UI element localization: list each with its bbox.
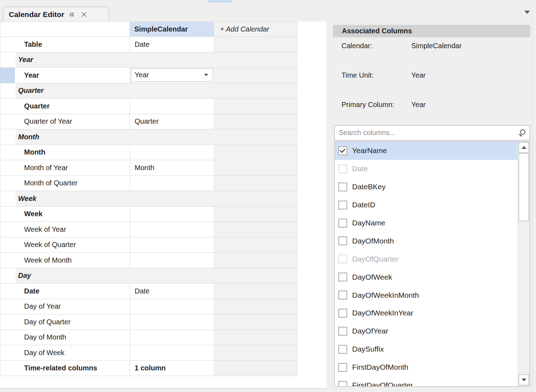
checkbox[interactable] [338,327,347,336]
row-header-year[interactable]: Year [0,68,130,83]
checkbox[interactable] [338,183,347,191]
row-header-day-of-month[interactable]: Day of Month [0,330,130,345]
column-item-dayofyear[interactable]: DayOfYear [335,322,518,340]
cell-week-of-quarter-value[interactable] [130,237,214,253]
row-header-column-header [0,22,130,37]
row-header-month[interactable]: Month [0,145,130,160]
cell-quarter-add[interactable] [214,99,298,114]
add-calendar-button[interactable]: + Add Calendar [214,22,298,37]
cell-day-of-quarter-value[interactable] [130,314,214,330]
column-item-dayofweekinmonth[interactable]: DayOfWeekInMonth [335,286,518,304]
cell-week-of-year-add[interactable] [214,222,298,237]
cell-day-of-week-add[interactable] [214,345,298,360]
row-header-day-of-quarter[interactable]: Day of Quarter [0,314,130,330]
grid-row-day-of-week: Day of Week [0,345,298,361]
column-item-yearname[interactable]: YearName [335,142,518,160]
row-header-table[interactable]: Table [0,37,130,52]
row-header-quarter[interactable]: Quarter [0,99,130,114]
cell-day-of-month-value[interactable] [130,330,214,345]
row-header-date[interactable]: Date [0,284,130,299]
calendar-column-header[interactable]: SimpleCalendar [130,22,214,37]
cell-year-add[interactable] [214,68,298,83]
cell-week-add[interactable] [214,207,298,222]
search-input[interactable] [335,128,518,137]
column-name: YearName [352,146,387,155]
group-row-quarter: Quarter [0,83,298,99]
column-item-firstdayofmonth[interactable]: FirstDayOfMonth [335,358,518,376]
cell-week-of-month-value[interactable] [130,253,214,268]
cell-week-of-month-add[interactable] [214,253,298,268]
pin-icon[interactable] [68,10,76,19]
row-header-month-of-year[interactable]: Month of Year [0,160,130,175]
column-item-firstdayofquarter[interactable]: FirstDayOfQuarter [335,376,518,387]
row-header-time-related-columns[interactable]: Time-related columns [0,361,130,376]
cell-quarter-value[interactable] [130,99,214,114]
row-header-week[interactable]: Week [0,207,130,222]
checkbox [338,254,347,263]
year-dropdown[interactable]: Year [131,68,213,82]
checkbox[interactable] [338,236,347,245]
column-item-dayofweekinyear[interactable]: DayOfWeekInYear [335,304,518,322]
magnifier-icon[interactable] [518,129,526,137]
column-name: DayOfWeek [352,273,392,281]
chevron-down-icon[interactable] [524,11,530,14]
cell-month-of-year-value[interactable]: Month [130,160,214,175]
column-item-dateid[interactable]: DateID [335,196,518,214]
checkbox[interactable] [338,273,347,281]
cell-day-of-quarter-add[interactable] [214,314,298,330]
cell-year-value[interactable]: Year [130,68,214,83]
checkbox[interactable] [338,201,347,209]
row-header-month-of-quarter[interactable]: Month of Quarter [0,176,130,191]
cell-day-of-year-add[interactable] [214,299,298,314]
cell-table-value[interactable]: Date [130,37,214,52]
tab-calendar-editor[interactable]: Calendar Editor [3,7,109,22]
column-item-dayname[interactable]: DayName [335,214,518,232]
grid-row-day-of-quarter: Day of Quarter [0,314,298,330]
checkbox[interactable] [338,345,347,354]
checkbox[interactable] [338,219,347,228]
checkbox[interactable] [338,309,347,318]
column-item-dayofweek[interactable]: DayOfWeek [335,268,518,286]
checkbox[interactable] [338,291,347,299]
column-item-daysuffix[interactable]: DaySuffix [335,340,518,358]
cell-table-add[interactable] [214,37,298,52]
cell-week-of-quarter-add[interactable] [214,237,298,253]
cell-week-of-year-value[interactable] [130,222,214,237]
checkbox[interactable] [338,146,347,155]
row-header-day-of-year[interactable]: Day of Year [0,299,130,314]
checkbox[interactable] [338,363,347,372]
scroll-down-button[interactable] [519,375,529,385]
cell-time-related-columns-add[interactable] [214,361,298,376]
associated-columns-panel: Associated Columns Calendar: SimpleCalen… [333,25,530,387]
scroll-up-button[interactable] [519,142,529,153]
column-item-dayofmonth[interactable]: DayOfMonth [335,232,518,250]
close-icon[interactable] [80,10,88,19]
row-header-week-of-year[interactable]: Week of Year [0,222,130,237]
row-header-quarter-of-year[interactable]: Quarter of Year [0,114,130,129]
group-label: Quarter [16,86,44,95]
cell-date-add[interactable] [214,284,298,299]
cell-quarter-of-year-add[interactable] [214,114,298,129]
cell-month-add[interactable] [214,145,298,160]
cell-day-of-year-value[interactable] [130,299,214,314]
column-item-datebkey[interactable]: DateBKey [335,178,518,196]
cell-month-of-quarter-add[interactable] [214,176,298,191]
scrollbar-thumb[interactable] [519,153,529,221]
column-name: DayOfWeekInMonth [352,291,419,299]
scrollbar[interactable] [518,142,530,386]
cell-week-value[interactable] [130,207,214,222]
cell-day-of-month-add[interactable] [214,330,298,345]
toolbar-button-clipped [208,0,231,2]
row-header-week-of-month[interactable]: Week of Month [0,253,130,268]
cell-month-value[interactable] [130,145,214,160]
cell-day-of-week-value[interactable] [130,345,214,360]
panel-title: Associated Columns [333,25,530,37]
cell-date-value[interactable]: Date [130,284,214,299]
checkbox[interactable] [338,381,347,387]
cell-time-related-columns-value[interactable]: 1 column [130,361,214,376]
cell-month-of-year-add[interactable] [214,160,298,175]
row-header-day-of-week[interactable]: Day of Week [0,345,130,360]
row-header-week-of-quarter[interactable]: Week of Quarter [0,237,130,253]
cell-quarter-of-year-value[interactable]: Quarter [130,114,214,129]
cell-month-of-quarter-value[interactable] [130,176,214,191]
